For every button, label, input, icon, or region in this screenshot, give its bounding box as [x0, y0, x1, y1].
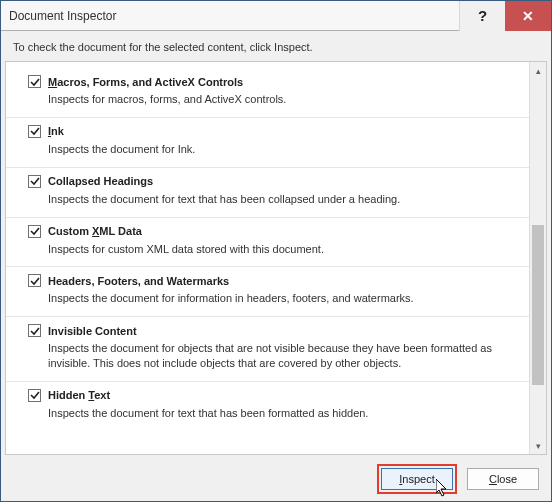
inspection-option: Macros, Forms, and ActiveX ControlsInspe…: [6, 68, 529, 117]
instruction-text: To check the document for the selected c…: [1, 31, 551, 61]
option-label: Headers, Footers, and Watermarks: [48, 275, 229, 287]
window-close-button[interactable]: ✕: [505, 1, 551, 31]
option-label: Macros, Forms, and ActiveX Controls: [48, 76, 243, 88]
option-checkbox[interactable]: [28, 125, 41, 138]
option-description: Inspects the document for text that has …: [28, 192, 515, 207]
scroll-track[interactable]: [530, 79, 546, 437]
option-label: Ink: [48, 125, 64, 137]
help-button[interactable]: ?: [459, 1, 505, 31]
vertical-scrollbar[interactable]: ▴ ▾: [529, 62, 546, 454]
option-label: Collapsed Headings: [48, 175, 153, 187]
option-description: Inspects the document for information in…: [28, 291, 515, 306]
inspect-button[interactable]: Inspect: [381, 468, 453, 490]
inspection-option: Headers, Footers, and WatermarksInspects…: [6, 266, 529, 316]
option-checkbox[interactable]: [28, 225, 41, 238]
option-label: Hidden Text: [48, 389, 110, 401]
window-title: Document Inspector: [1, 9, 459, 23]
inspection-option: Custom XML DataInspects for custom XML d…: [6, 217, 529, 267]
close-button[interactable]: Close: [467, 468, 539, 490]
option-checkbox[interactable]: [28, 324, 41, 337]
option-checkbox[interactable]: [28, 175, 41, 188]
dialog-footer: Inspect Close: [1, 457, 551, 501]
option-checkbox[interactable]: [28, 274, 41, 287]
titlebar: Document Inspector ? ✕: [1, 1, 551, 31]
inspect-highlight: Inspect: [377, 464, 457, 494]
option-label: Invisible Content: [48, 325, 137, 337]
inspection-option: Hidden TextInspects the document for tex…: [6, 381, 529, 431]
inspection-option: Invisible ContentInspects the document f…: [6, 316, 529, 381]
content-area: Macros, Forms, and ActiveX ControlsInspe…: [5, 61, 547, 455]
option-description: Inspects for macros, forms, and ActiveX …: [28, 92, 515, 107]
scroll-down-arrow-icon[interactable]: ▾: [530, 437, 547, 454]
scroll-thumb[interactable]: [532, 225, 544, 385]
inspection-option: InkInspects the document for Ink.: [6, 117, 529, 167]
option-label: Custom XML Data: [48, 225, 142, 237]
scroll-up-arrow-icon[interactable]: ▴: [530, 62, 547, 79]
option-checkbox[interactable]: [28, 75, 41, 88]
option-description: Inspects the document for objects that a…: [28, 341, 515, 371]
option-checkbox[interactable]: [28, 389, 41, 402]
inspection-option: Collapsed HeadingsInspects the document …: [6, 167, 529, 217]
option-description: Inspects for custom XML data stored with…: [28, 242, 515, 257]
options-list: Macros, Forms, and ActiveX ControlsInspe…: [6, 62, 529, 454]
option-description: Inspects the document for Ink.: [28, 142, 515, 157]
document-inspector-dialog: Document Inspector ? ✕ To check the docu…: [0, 0, 552, 502]
option-description: Inspects the document for text that has …: [28, 406, 515, 421]
